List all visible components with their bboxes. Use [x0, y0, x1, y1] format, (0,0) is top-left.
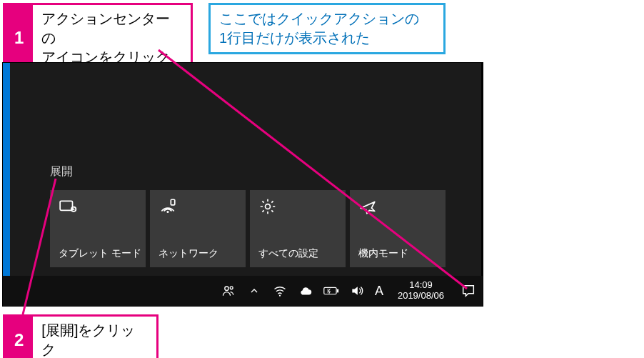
qa-tile-label: タブレット モード: [59, 247, 141, 260]
svg-point-2: [166, 211, 168, 213]
callout-step1-number: 1: [5, 5, 33, 71]
airplane-icon: [358, 197, 377, 216]
expand-link[interactable]: 展開: [50, 164, 73, 179]
svg-rect-3: [171, 199, 174, 205]
callout-step2: 2 [展開]をクリック: [3, 314, 159, 358]
svg-rect-9: [337, 289, 338, 293]
tablet-mode-icon: [59, 197, 77, 216]
qa-tile-label: 機内モード: [358, 247, 408, 260]
svg-point-4: [266, 204, 271, 209]
svg-rect-0: [60, 201, 72, 210]
network-icon: [159, 197, 177, 216]
tray-overflow-chevron-icon[interactable]: [246, 283, 262, 299]
windows-screenshot: 展開 タブレット モード: [3, 63, 483, 306]
svg-point-7: [279, 295, 281, 297]
qa-tile-tablet-mode[interactable]: タブレット モード: [50, 190, 146, 267]
quick-actions-row: タブレット モード ネットワーク: [50, 190, 446, 267]
qa-tile-label: すべての設定: [258, 247, 318, 260]
callout-step1-text: アクションセンターの アイコンをクリック: [33, 5, 191, 71]
taskbar: A 14:09 2019/08/06: [3, 276, 483, 306]
qa-tile-all-settings[interactable]: すべての設定: [250, 190, 346, 267]
action-center-panel: 展開 タブレット モード: [10, 63, 481, 276]
svg-point-5: [225, 287, 228, 290]
taskbar-clock[interactable]: 14:09 2019/08/06: [398, 280, 444, 302]
battery-icon[interactable]: [323, 283, 339, 299]
callout-note-text: ここではクイックアクションの 1行目だけが表示された: [211, 5, 428, 52]
svg-point-6: [230, 287, 233, 289]
qa-tile-airplane-mode[interactable]: 機内モード: [350, 190, 446, 267]
taskbar-date: 2019/08/06: [398, 291, 444, 302]
svg-rect-8: [324, 287, 336, 294]
ime-indicator[interactable]: A: [375, 284, 383, 299]
callout-step2-text: [展開]をクリック: [33, 317, 156, 358]
action-center-icon[interactable]: [458, 283, 478, 299]
qa-tile-label: ネットワーク: [159, 247, 218, 260]
gear-icon: [258, 197, 277, 216]
people-icon[interactable]: [221, 283, 236, 299]
callout-step2-number: 2: [5, 317, 33, 358]
onedrive-cloud-icon[interactable]: [298, 283, 313, 299]
callout-note: ここではクイックアクションの 1行目だけが表示された: [208, 3, 446, 54]
volume-icon[interactable]: [349, 283, 365, 299]
taskbar-time: 14:09: [398, 280, 444, 291]
wifi-icon[interactable]: [272, 283, 288, 299]
qa-tile-network[interactable]: ネットワーク: [150, 190, 246, 267]
window-accent-edge: [3, 63, 10, 276]
